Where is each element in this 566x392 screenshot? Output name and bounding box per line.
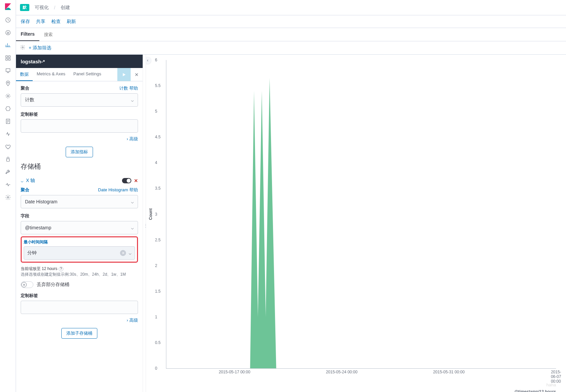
filter-settings-icon[interactable] [20,45,25,51]
security-icon[interactable] [5,156,11,163]
add-metric-button[interactable]: 添加指标 [66,147,93,157]
apply-button[interactable] [117,68,131,81]
y-tick: 1.5 [155,289,161,294]
watermark: haha [546,382,556,387]
x-tick: 2015-05-17 00:00 [219,370,250,374]
bucket-enable-toggle[interactable] [122,178,131,183]
y-tick: 0 [155,366,157,371]
bucket-delete-icon[interactable]: ✕ [134,178,138,183]
index-title: logstash-* [16,55,143,68]
y-tick: 1 [155,315,157,319]
zoom-hint: 当前缩放至 12 hours ? 选择选项或创建定制值示例:30s、20m、24… [21,266,138,277]
y-tick: 2 [155,263,157,268]
svg-point-1 [6,30,10,35]
tab-data[interactable]: 数据 [16,68,33,81]
share-link[interactable]: 共享 [36,19,45,25]
agg-help-link[interactable]: 计数 帮助 [119,85,138,91]
uptime-icon[interactable] [5,143,11,150]
svg-rect-3 [8,56,10,57]
svg-point-12 [7,197,9,198]
y-tick: 6 [155,58,157,62]
bucket-custom-label-label: 定制标签 [21,293,38,299]
add-filter-row: + 添加筛选 [16,41,566,55]
y-tick: 4.5 [155,135,161,139]
x-tick: 2015-06-07 00:00 [551,370,561,384]
svg-point-13 [22,47,23,48]
resize-handle[interactable]: ⋮ [143,55,146,392]
filters-tab[interactable]: Filters [16,28,39,41]
apm-icon[interactable] [5,131,11,137]
save-link[interactable]: 保存 [21,19,30,25]
y-tick: 4 [155,160,157,165]
discard-button[interactable]: ✕ [131,68,143,81]
drop-partial-label: 丢弃部分存储桶 [37,282,69,288]
canvas-icon[interactable] [5,67,11,74]
svg-rect-2 [6,56,7,57]
interval-select[interactable]: 分钟 ✕ ⌵ [24,246,135,260]
clear-icon[interactable]: ✕ [120,250,126,256]
bucket-xaxis[interactable]: X 轴 [26,178,119,184]
nav-rail [0,0,16,392]
bucket-agg-select[interactable]: Date Histogram ⌵ [21,195,138,208]
plot[interactable]: 00.511.522.533.544.555.56 2015-05-17 00:… [166,60,556,369]
management-icon[interactable] [5,194,11,201]
y-tick: 3 [155,212,157,217]
add-sub-bucket-button[interactable]: 添加子存储桶 [61,328,97,339]
field-label: 字段 [21,213,29,219]
inspect-link[interactable]: 检查 [51,19,61,25]
svg-rect-5 [8,59,10,60]
dev-tools-icon[interactable] [5,169,11,175]
visualize-icon[interactable] [5,42,11,49]
y-tick: 2.5 [155,238,161,242]
discover-icon[interactable] [5,29,11,36]
filter-search-tabs: Filters [16,28,566,41]
bucket-agg-help-link[interactable]: Date Histogram 帮助 [98,187,138,193]
buckets-heading: 存储桶 [21,162,138,171]
svg-rect-4 [6,59,7,60]
dashboard-icon[interactable] [5,55,11,61]
agg-label: 聚合 [21,85,29,91]
x-tick: 2015-05-31 00:00 [433,370,465,374]
chevron-down-icon: ⌵ [131,199,134,204]
chevron-down-icon: ⌵ [131,225,134,230]
agg-select[interactable]: 计数 ⌵ [21,93,138,107]
svg-rect-6 [6,69,10,72]
search-input[interactable] [39,28,566,41]
svg-point-8 [7,95,9,97]
y-tick: 0.5 [155,340,161,345]
monitoring-icon[interactable] [5,181,11,188]
crumb-visualize[interactable]: 可视化 [35,5,49,11]
breadcrumb: 默 可视化 / 创建 [16,0,566,15]
bucket-advanced-toggle[interactable]: › 高级 [21,317,138,323]
svg-point-7 [7,82,9,83]
x-axis-label: @timestamp/12 hours [514,389,556,392]
bucket-custom-label-input[interactable] [21,301,138,314]
config-panel: logstash-* ‹ 数据 Metrics & Axes Panel Set… [16,55,143,392]
field-select[interactable]: @timestamp ⌵ [21,221,138,234]
y-tick: 3.5 [155,186,161,191]
y-axis-label: Count [148,208,153,220]
top-actions: 保存 共享 检查 刷新 [16,15,566,28]
panel-tabs: 数据 Metrics & Axes Panel Settings ✕ [16,68,143,81]
help-icon[interactable]: ? [59,267,63,271]
add-filter-link[interactable]: + 添加筛选 [29,45,51,51]
interval-highlight: 最小时间间隔 分钟 ✕ ⌵ [21,236,138,263]
kibana-logo[interactable] [4,3,12,11]
infra-icon[interactable] [5,105,11,112]
refresh-link[interactable]: 刷新 [67,19,76,25]
bucket-chevron-icon[interactable]: ⌵ [21,178,23,183]
advanced-toggle[interactable]: › 高级 [21,136,138,142]
y-tick: 5.5 [155,83,161,88]
tab-panel-settings[interactable]: Panel Settings [69,68,105,81]
bucket-agg-label: 聚合 [21,187,29,193]
drop-partial-toggle[interactable]: ✕ [21,281,33,288]
custom-label-label: 定制标签 [21,111,38,117]
ml-icon[interactable] [5,93,11,99]
maps-icon[interactable] [5,80,11,87]
recent-icon[interactable] [5,17,11,23]
chevron-down-icon: ⌵ [131,97,134,103]
custom-label-input[interactable] [21,119,138,133]
logs-icon[interactable] [5,118,11,125]
space-pill[interactable]: 默 [20,4,29,11]
tab-metrics-axes[interactable]: Metrics & Axes [33,68,69,81]
